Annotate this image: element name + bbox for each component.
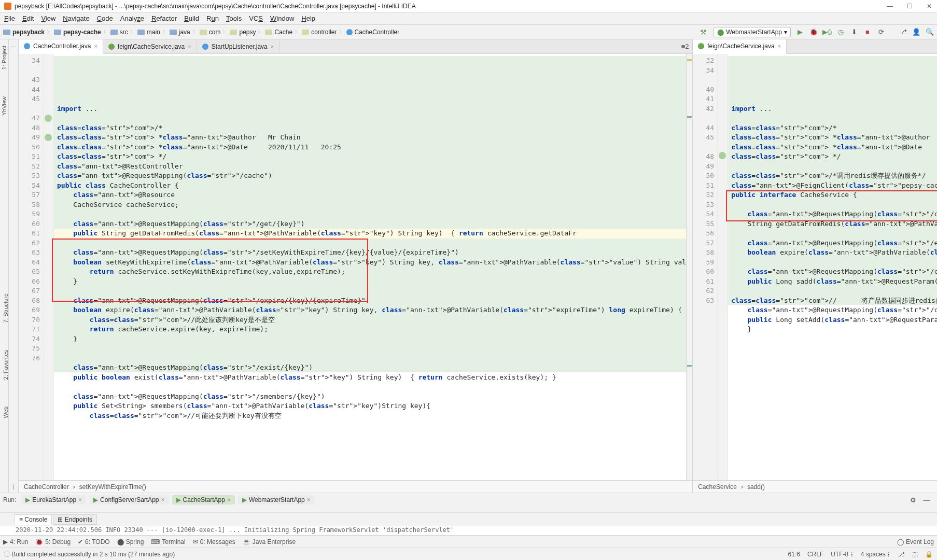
run-tab-webmaster[interactable]: ▶WebmasterStartApp× (238, 495, 315, 505)
bottom-spring[interactable]: ⬤ Spring (117, 538, 144, 545)
crumb-pepsyback[interactable]: pepsyback (3, 29, 45, 36)
tab-cacheservice-right[interactable]: feign\CacheService.java× (693, 39, 787, 54)
tab-startuplistener[interactable]: StartUpListener.java× (197, 39, 280, 53)
console-output[interactable]: 2020-11-20 22:44:02.506 INFO 23340 --- [… (0, 526, 937, 535)
menu-run[interactable]: Run (206, 15, 219, 22)
menu-window[interactable]: Window (270, 15, 294, 22)
memory-indicator[interactable]: ⬚ (912, 551, 918, 558)
crumb-method[interactable]: sadd() (747, 483, 765, 491)
crumb-com[interactable]: com (200, 29, 221, 36)
breadcrumbs: pepsyback〉 pepsy-cache〉 src〉 main〉 java〉… (3, 29, 700, 36)
bottom-run[interactable]: ▶ 4: Run (3, 538, 28, 545)
expand-left-icon[interactable]: ⟨ (9, 482, 18, 492)
menu-file[interactable]: File (4, 15, 15, 22)
tab-close-icon[interactable]: × (188, 44, 191, 50)
attach-button[interactable]: ⬇ (850, 28, 858, 36)
maximize-button[interactable]: ☐ (906, 3, 913, 10)
code-editor-right[interactable]: import ...class=class="str">"com">/*clas… (728, 54, 937, 480)
menu-analyze[interactable]: Analyze (120, 15, 144, 22)
package-icon (200, 30, 207, 35)
crumb-pepsy-cache[interactable]: pepsy-cache (54, 29, 101, 36)
file-encoding[interactable]: UTF-8 ⫶ (831, 551, 853, 558)
run-settings-icon[interactable]: ⚙ (909, 496, 917, 504)
crumb-method[interactable]: setKeyWithExpireTime() (79, 483, 146, 491)
search-everywhere-icon[interactable]: 🔍 (926, 28, 934, 36)
class-icon (24, 43, 30, 49)
profile-button[interactable]: ◷ (836, 28, 845, 36)
bottom-terminal[interactable]: ⌨ Terminal (151, 538, 185, 545)
build-icon[interactable]: ⚒ (700, 28, 708, 36)
annotation-gutter (718, 54, 728, 480)
crumb-cache[interactable]: Cache (265, 29, 292, 36)
run-tab-eureka[interactable]: ▶EurekaStartApp× (21, 495, 86, 505)
run-tab-cache[interactable]: ▶CacheStartApp× (172, 495, 235, 505)
crumb-pepsy[interactable]: pepsy (230, 29, 256, 36)
line-separator[interactable]: CRLF (807, 551, 823, 558)
crumb-src[interactable]: src (110, 29, 128, 36)
git-branch-icon[interactable]: ⎇ (899, 28, 907, 36)
indent-setting[interactable]: 4 spaces ⫶ (861, 551, 890, 558)
tab-cachecontroller[interactable]: CacheController.java× (19, 39, 103, 54)
bottom-todo[interactable]: ✔ 6: TODO (78, 538, 110, 545)
status-icon[interactable]: ☐ (4, 551, 10, 558)
scrollbar-marks-left[interactable] (686, 54, 692, 480)
sub-tab-console[interactable]: ≡ Console (15, 514, 52, 525)
sub-tab-endpoints[interactable]: ⊞ Endpoints (53, 514, 97, 525)
crumb-class[interactable]: CacheController (24, 483, 69, 491)
line-number-gutter: 3234404142444548495051525354555657585960… (693, 54, 718, 480)
close-button[interactable]: ✕ (926, 3, 933, 10)
run-config-selector[interactable]: ⬤ WebmasterStartApp ▾ (714, 27, 791, 37)
bottom-messages[interactable]: ✉ 0: Messages (193, 538, 235, 545)
caret-position[interactable]: 61:6 (788, 551, 800, 558)
bottom-debug[interactable]: 🐞 5: Debug (35, 538, 71, 545)
crumb-class[interactable]: CacheService (698, 483, 737, 491)
tool-structure[interactable]: 7: Structure (2, 290, 10, 326)
tool-project[interactable]: 1: Project (0, 43, 8, 73)
bottom-java-enterprise[interactable]: ☕ Java Enterprise (243, 538, 296, 545)
run-minimize-icon[interactable]: — (922, 496, 931, 504)
stop-button[interactable]: ■ (863, 28, 872, 36)
code-editor-left[interactable]: import ...class=class="str">"com">/*clas… (54, 54, 686, 480)
menu-edit[interactable]: Edit (22, 15, 34, 22)
tool-yhview[interactable]: YhView (0, 93, 8, 119)
tab-close-icon[interactable]: × (94, 43, 97, 49)
tab-close-icon[interactable]: × (778, 43, 781, 49)
run-button[interactable]: ▶ (796, 28, 804, 36)
debug-button[interactable]: 🐞 (809, 28, 818, 36)
git-widget[interactable]: ⎇ (898, 551, 905, 558)
status-message: Build completed successfully in 2 s 10 m… (11, 551, 175, 558)
menu-view[interactable]: View (41, 15, 55, 22)
tab-list-icon[interactable]: ≡2 (681, 43, 689, 51)
class-icon (202, 44, 208, 50)
package-icon (230, 30, 237, 35)
class-icon (346, 29, 353, 35)
crumb-main[interactable]: main (137, 29, 160, 36)
menu-build[interactable]: Build (184, 15, 199, 22)
spring-bean-icon[interactable] (45, 134, 52, 141)
menu-navigate[interactable]: Navigate (63, 15, 89, 22)
spring-icon: ⬤ (717, 29, 724, 36)
menu-tools[interactable]: Tools (226, 15, 242, 22)
tab-cacheservice-left[interactable]: feign\CacheService.java× (103, 39, 197, 53)
collapse-left-icon[interactable]: — (9, 41, 18, 51)
menu-vcs[interactable]: VCS (249, 15, 263, 22)
crumb-controller[interactable]: controller (302, 29, 337, 36)
tool-web[interactable]: Web (2, 403, 10, 421)
status-bar: ☐ Build completed successfully in 2 s 10… (0, 548, 937, 560)
crumb-java[interactable]: java (170, 29, 190, 36)
menu-refactor[interactable]: Refactor (151, 15, 177, 22)
spring-bean-icon[interactable] (719, 152, 726, 159)
menu-code[interactable]: Code (97, 15, 113, 22)
minimize-button[interactable]: — (886, 3, 893, 10)
run-tab-config[interactable]: ▶ConfigServerSartApp× (89, 495, 169, 505)
menu-help[interactable]: Help (301, 15, 315, 22)
tab-close-icon[interactable]: × (271, 44, 274, 50)
lock-icon[interactable]: 🔒 (925, 551, 933, 558)
tool-favorites[interactable]: 2: Favorites (2, 347, 10, 383)
spring-bean-icon[interactable] (45, 115, 52, 122)
crumb-cachecontroller[interactable]: CacheController (346, 29, 400, 36)
event-log[interactable]: ◯ Event Log (897, 538, 934, 545)
avatar-icon[interactable]: 👤 (912, 28, 920, 36)
update-button[interactable]: ⟳ (877, 28, 885, 36)
coverage-button[interactable]: ▶⎙ (823, 28, 831, 36)
